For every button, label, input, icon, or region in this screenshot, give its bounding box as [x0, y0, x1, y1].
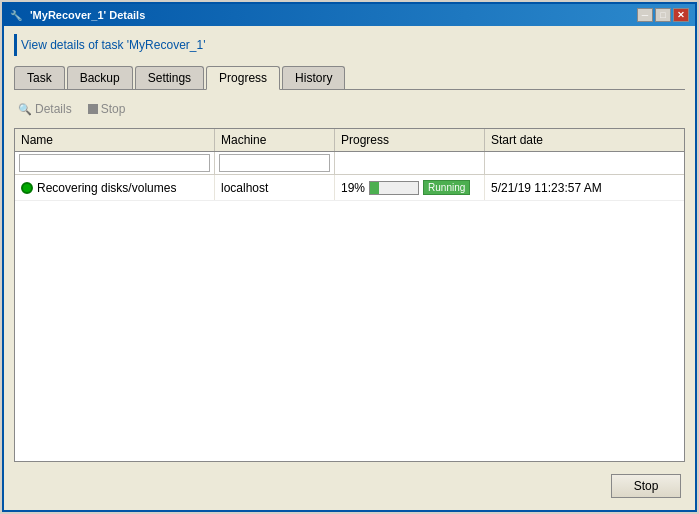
running-badge: Running: [423, 180, 470, 195]
window-title: 'MyRecover_1' Details: [30, 9, 145, 21]
window-icon: 🔧: [10, 10, 22, 21]
filter-row: [15, 152, 684, 175]
start-date-text: 5/21/19 11:23:57 AM: [491, 181, 602, 195]
progress-fill: [370, 182, 379, 194]
progress-bar-container: 19% Running: [341, 180, 470, 195]
progress-pct-text: 19%: [341, 181, 365, 195]
filter-progress-cell: [335, 152, 485, 174]
col-name: Name: [15, 129, 215, 151]
filter-date-cell: [485, 152, 684, 174]
col-start-date: Start date: [485, 129, 684, 151]
tab-bar: Task Backup Settings Progress History: [14, 66, 685, 90]
table-header: Name Machine Progress Start date: [15, 129, 684, 152]
toolbar-stop-button[interactable]: Stop: [84, 100, 130, 118]
close-button[interactable]: ✕: [673, 8, 689, 22]
main-window: 🔧 'MyRecover_1' Details ─ □ ✕ View detai…: [2, 2, 697, 512]
progress-bar: [369, 181, 419, 195]
maximize-button[interactable]: □: [655, 8, 671, 22]
status-running-icon: [21, 182, 33, 194]
main-table: Name Machine Progress Start date: [14, 128, 685, 462]
toolbar-stop-label: Stop: [101, 102, 126, 116]
subtitle: View details of task 'MyRecover_1': [14, 34, 685, 56]
filter-name-input[interactable]: [19, 154, 210, 172]
filter-machine-input[interactable]: [219, 154, 330, 172]
td-machine: localhost: [215, 175, 335, 200]
tab-task[interactable]: Task: [14, 66, 65, 89]
table-row[interactable]: Recovering disks/volumes localhost 19% R…: [15, 175, 684, 201]
tab-progress[interactable]: Progress: [206, 66, 280, 90]
tab-history[interactable]: History: [282, 66, 345, 89]
minimize-button[interactable]: ─: [637, 8, 653, 22]
table-body: Recovering disks/volumes localhost 19% R…: [15, 175, 684, 201]
filter-machine-cell: [215, 152, 335, 174]
filter-name-cell: [15, 152, 215, 174]
row-machine-text: localhost: [221, 181, 268, 195]
details-button[interactable]: 🔍 Details: [14, 100, 76, 118]
stop-icon: [88, 104, 98, 114]
footer: Stop: [14, 468, 685, 502]
tab-backup[interactable]: Backup: [67, 66, 133, 89]
window-body: View details of task 'MyRecover_1' Task …: [4, 26, 695, 510]
title-controls: ─ □ ✕: [637, 8, 689, 22]
col-progress: Progress: [335, 129, 485, 151]
td-start-date: 5/21/19 11:23:57 AM: [485, 175, 684, 200]
title-bar: 🔧 'MyRecover_1' Details ─ □ ✕: [4, 4, 695, 26]
col-machine: Machine: [215, 129, 335, 151]
search-icon: 🔍: [18, 103, 32, 116]
tab-settings[interactable]: Settings: [135, 66, 204, 89]
toolbar: 🔍 Details Stop: [14, 96, 685, 122]
stop-button[interactable]: Stop: [611, 474, 681, 498]
details-label: Details: [35, 102, 72, 116]
row-name-text: Recovering disks/volumes: [37, 181, 176, 195]
td-progress: 19% Running: [335, 175, 485, 200]
td-name: Recovering disks/volumes: [15, 175, 215, 200]
